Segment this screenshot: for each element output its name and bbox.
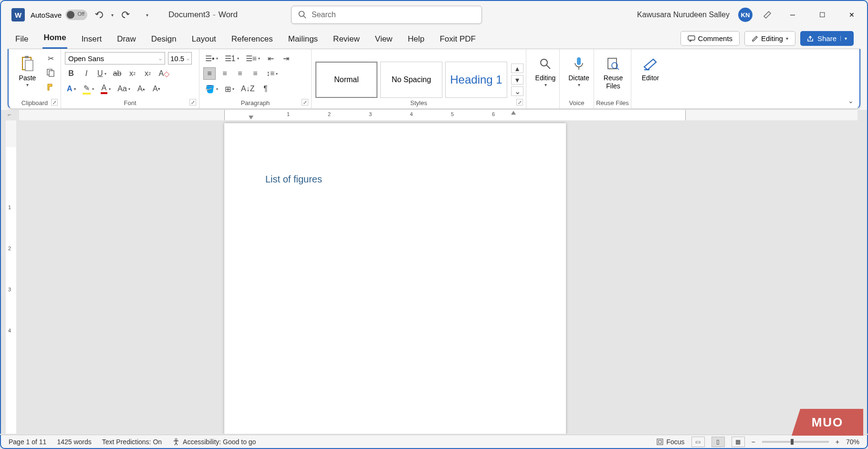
- align-right-button[interactable]: ≡: [234, 67, 246, 80]
- tab-review[interactable]: Review: [332, 32, 361, 49]
- group-styles: Normal No Spacing Heading 1 ▴ ▾ ⌄ Styles…: [312, 49, 526, 108]
- zoom-in-button[interactable]: +: [836, 438, 839, 446]
- word-app-icon: W: [11, 8, 25, 21]
- style-heading1[interactable]: Heading 1: [445, 62, 507, 98]
- svg-line-1: [303, 16, 306, 18]
- styles-launcher[interactable]: ⤢: [516, 99, 523, 106]
- font-name-combo[interactable]: Open Sans⌵: [65, 52, 165, 64]
- vertical-ruler[interactable]: 1 2 3 4: [6, 120, 16, 434]
- qat-customize[interactable]: ▾: [146, 12, 148, 18]
- line-spacing-button[interactable]: ↕≡: [264, 67, 280, 80]
- copy-button[interactable]: [44, 66, 57, 79]
- superscript-button[interactable]: x2: [142, 67, 154, 80]
- shading-button[interactable]: 🪣: [203, 83, 220, 95]
- justify-button[interactable]: ≡: [249, 67, 261, 80]
- style-no-spacing[interactable]: No Spacing: [380, 62, 442, 98]
- styles-expand[interactable]: ⌄: [511, 86, 523, 96]
- align-left-button[interactable]: ≡: [203, 67, 216, 80]
- focus-button[interactable]: Focus: [657, 438, 684, 446]
- bullets-button[interactable]: ☰•: [203, 52, 220, 64]
- print-layout-button[interactable]: ▯: [711, 437, 725, 447]
- share-button[interactable]: Share ▾: [800, 31, 854, 46]
- document-heading[interactable]: List of figures: [265, 174, 322, 185]
- coming-soon-icon[interactable]: [761, 9, 774, 21]
- right-indent-marker[interactable]: [511, 111, 516, 115]
- shrink-font-button[interactable]: A▾: [150, 83, 163, 95]
- autosave-toggle[interactable]: AutoSave Off: [31, 10, 87, 20]
- zoom-level[interactable]: 70%: [846, 438, 859, 446]
- editing-dropdown[interactable]: Editing ▾: [530, 52, 561, 89]
- strikethrough-button[interactable]: ab: [111, 67, 124, 80]
- bold-button[interactable]: B: [65, 67, 77, 80]
- change-case-button[interactable]: Aa: [115, 83, 132, 95]
- borders-button[interactable]: ⊞: [223, 83, 236, 95]
- redo-button[interactable]: [119, 9, 132, 21]
- zoom-slider[interactable]: [762, 441, 829, 443]
- tab-mailings[interactable]: Mailings: [287, 32, 319, 49]
- decrease-indent-button[interactable]: ⇤: [265, 52, 277, 64]
- text-predictions[interactable]: Text Predictions: On: [102, 438, 162, 446]
- text-effects-button[interactable]: A: [65, 83, 78, 95]
- tab-home[interactable]: Home: [42, 30, 67, 49]
- tab-view[interactable]: View: [374, 32, 394, 49]
- tab-design[interactable]: Design: [150, 32, 178, 49]
- cut-button[interactable]: ✂: [44, 52, 57, 64]
- style-normal[interactable]: Normal: [315, 62, 377, 98]
- maximize-button[interactable]: ☐: [812, 5, 833, 24]
- editor-button[interactable]: Editor: [635, 52, 666, 84]
- search-input[interactable]: Search: [291, 6, 482, 24]
- tab-draw[interactable]: Draw: [116, 32, 137, 49]
- editing-mode-button[interactable]: Editing ▾: [744, 31, 795, 46]
- minimize-button[interactable]: ─: [782, 5, 803, 24]
- comments-button[interactable]: Comments: [680, 31, 740, 46]
- clipboard-launcher[interactable]: ⤢: [51, 99, 58, 106]
- clear-formatting-button[interactable]: A◇: [157, 67, 172, 80]
- collapse-ribbon[interactable]: ⌄: [848, 97, 854, 105]
- dictate-button[interactable]: Dictate ▾: [564, 52, 594, 89]
- tab-references[interactable]: References: [230, 32, 274, 49]
- zoom-out-button[interactable]: −: [752, 438, 755, 446]
- undo-dropdown[interactable]: ▾: [111, 12, 114, 18]
- italic-button[interactable]: I: [80, 67, 93, 80]
- read-mode-button[interactable]: ▭: [691, 437, 705, 447]
- close-button[interactable]: ✕: [841, 5, 862, 24]
- styles-scroll-down[interactable]: ▾: [511, 75, 523, 85]
- accessibility-status[interactable]: Accessibility: Good to go: [172, 438, 256, 446]
- grow-font-button[interactable]: A▴: [135, 83, 147, 95]
- pencil-icon: [752, 35, 758, 42]
- font-launcher[interactable]: ⤢: [189, 99, 196, 106]
- tab-help[interactable]: Help: [407, 32, 425, 49]
- avatar[interactable]: KN: [738, 8, 753, 22]
- format-painter-button[interactable]: [44, 81, 57, 93]
- word-count[interactable]: 1425 words: [57, 438, 91, 446]
- first-line-indent-marker[interactable]: [249, 116, 253, 119]
- user-name[interactable]: Kawusara Nurudeen Salley: [637, 11, 730, 19]
- subscript-button[interactable]: x2: [126, 67, 139, 80]
- font-size-combo[interactable]: 10.5⌵: [168, 52, 192, 64]
- tab-selector[interactable]: ⌐: [8, 111, 11, 118]
- tab-file[interactable]: File: [14, 32, 29, 49]
- underline-button[interactable]: U: [95, 67, 108, 80]
- undo-button[interactable]: [93, 9, 105, 21]
- page-indicator[interactable]: Page 1 of 11: [9, 438, 46, 446]
- svg-rect-4: [25, 60, 33, 71]
- paragraph-launcher[interactable]: ⤢: [302, 99, 308, 106]
- sort-button[interactable]: A↓Z: [239, 83, 256, 95]
- styles-scroll-up[interactable]: ▴: [511, 64, 523, 73]
- align-center-button[interactable]: ≡: [219, 67, 231, 80]
- show-marks-button[interactable]: ¶: [259, 83, 272, 95]
- tab-foxit-pdf[interactable]: Foxit PDF: [439, 32, 477, 49]
- numbering-button[interactable]: ☰1: [223, 52, 241, 64]
- web-layout-button[interactable]: ▦: [732, 437, 745, 447]
- toggle-switch[interactable]: Off: [65, 10, 87, 20]
- page[interactable]: List of figures: [224, 123, 566, 434]
- highlight-button[interactable]: ✎: [81, 83, 96, 95]
- tab-insert[interactable]: Insert: [81, 32, 103, 49]
- font-color-button[interactable]: A: [99, 83, 113, 95]
- reuse-files-button[interactable]: Reuse Files: [598, 52, 628, 92]
- multilevel-button[interactable]: ☰≡: [244, 52, 262, 64]
- horizontal-ruler[interactable]: 1 2 3 4 5 6: [19, 110, 858, 120]
- group-clipboard: Paste ▾ ✂ Clipboard ⤢: [9, 49, 61, 108]
- tab-layout[interactable]: Layout: [191, 32, 217, 49]
- increase-indent-button[interactable]: ⇥: [280, 52, 293, 64]
